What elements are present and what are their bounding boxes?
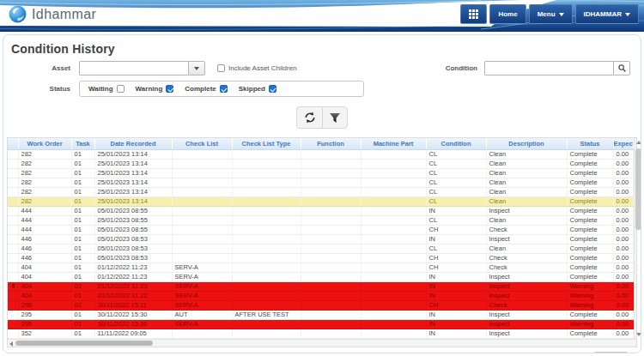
table-cell: IN [426,281,486,291]
status-filter-row: Status WaitingWarningCompleteSkipped [3,81,641,97]
table-row[interactable]: 2820125/01/2023 13:14CLCleanComplete0.00 [8,168,633,178]
table-cell: 25/01/2023 13:14 [94,178,172,187]
table-cell: 404 [18,262,71,272]
table-row[interactable]: 4460105/01/2023 08:53INInspectComplete0.… [8,234,633,244]
column-header[interactable]: Machine Part [361,138,426,149]
horizontal-scrollbar[interactable] [8,339,636,347]
table-row[interactable]: 2950130/11/2022 15:11SERV-ACHCheckWarnin… [8,300,633,310]
condition-input[interactable] [484,61,613,75]
condition-label: Condition [446,64,477,72]
table-cell: 30/11/2022 15:30 [94,310,172,319]
table-cell: 0.00 [613,206,633,215]
table-cell [361,187,426,196]
table-cell: 0.00 [613,300,633,310]
horizontal-scroll-thumb[interactable] [15,341,153,346]
nav-user-button[interactable]: IDHAMMAR [575,4,639,24]
table-cell [361,272,426,281]
table-row[interactable]: 2820125/01/2023 13:14CLCleanComplete0.00 [8,149,633,159]
table-cell: CL [426,159,486,168]
table-cell: Complete [567,310,613,319]
table-row[interactable]: 2950130/11/2022 15:30AUTAFTER USE TESTIN… [8,310,633,319]
table-cell: 404 [18,281,71,291]
pager-last-button[interactable] [548,352,563,353]
table-cell: 0.00 [613,291,633,300]
column-header[interactable]: Condition [426,138,486,149]
page-size-select[interactable]: 50 [593,352,629,354]
table-cell: SERV-A [172,272,232,281]
pager-first-button[interactable] [489,352,504,353]
table-cell: CL [426,196,486,206]
table-cell [232,244,301,253]
pager-next-button[interactable] [528,352,544,353]
page-size-dropdown-button[interactable] [614,353,628,354]
condition-search-button[interactable] [613,61,630,75]
status-checkbox-waiting[interactable] [117,85,125,93]
column-header[interactable]: Status [567,138,613,149]
caret-down-icon [559,13,564,16]
status-checkbox-complete[interactable] [220,85,228,93]
table-cell: Complete [567,178,613,187]
table-cell: 0.00 [613,178,633,187]
column-header[interactable]: Date Recorded [94,138,172,149]
vertical-scrollbar[interactable] [634,138,637,339]
table-cell: 01 [71,215,94,225]
table-row[interactable]: 4460105/01/2023 08:53CHCheckComplete0.00 [8,253,633,262]
table-cell: 282 [18,159,71,168]
table-cell: Clean [486,168,567,178]
table-cell: 01 [71,310,94,319]
table-row[interactable]: 4440105/01/2023 08:55CLCleanComplete0.00 [8,215,633,225]
table-row[interactable]: 2820125/01/2023 13:14CLCleanComplete0.00 [8,159,633,168]
table-row[interactable]: 4040101/12/2022 11:22SERV-AINInspectWarn… [8,291,633,300]
column-header[interactable]: Expected [613,138,633,149]
filter-button[interactable] [322,106,348,129]
asset-filter-row: Asset Include Asset Children Condition [3,61,641,75]
table-cell: Complete [567,329,613,338]
asset-dropdown-button[interactable] [188,61,205,75]
table-cell [361,215,426,225]
pager-prev-button[interactable] [508,352,524,353]
column-header[interactable]: Function [301,138,361,149]
table-cell: Clean [486,215,567,225]
table-cell [232,215,301,225]
refresh-button[interactable] [296,106,322,129]
column-header[interactable]: Task [71,138,94,149]
status-checkbox-skipped[interactable] [269,85,276,93]
status-checkbox-warning[interactable] [166,85,173,93]
column-header[interactable]: Description [486,138,567,149]
table-cell: 05/01/2023 08:55 [94,206,172,215]
table-cell [301,206,361,215]
table-row[interactable]: 3520111/11/2022 09:05INInspectComplete0.… [8,329,633,338]
table-cell: 282 [18,149,71,159]
table-cell: CL [426,149,486,159]
table-row[interactable]: 2820125/01/2023 13:14CLCleanComplete0.00 [8,187,633,196]
table-cell: 05/01/2023 08:55 [94,225,172,234]
table-cell: 01/12/2022 11:23 [94,281,172,291]
scroll-left-icon [9,341,13,347]
table-cell: 446 [18,244,71,253]
table-row[interactable]: !!4040101/12/2022 11:23SERV-AINInspectWa… [8,281,633,291]
table-row[interactable]: 4440105/01/2023 08:55CHCheckComplete0.00 [8,225,633,234]
status-option-label: Complete [185,85,216,93]
vertical-scroll-thumb[interactable] [635,148,641,230]
column-header[interactable]: Check List Type [232,138,301,149]
table-cell [232,253,301,262]
nav-home-button[interactable]: Home [489,4,526,24]
table-cell: 444 [18,206,71,215]
column-header[interactable]: Check List [172,138,232,149]
table-row[interactable]: 4040101/12/2022 11:23SERV-ACHCheckComple… [8,262,633,272]
nav-menu-button[interactable]: Menu [529,4,573,24]
table-cell: CL [426,244,486,253]
include-asset-children-checkbox[interactable] [217,64,225,72]
table-row[interactable]: 4040101/12/2022 11:23SERV-AINInspectComp… [8,272,633,281]
apps-menu-button[interactable] [460,4,487,24]
asset-input[interactable] [79,61,188,75]
table-cell: 25/01/2023 13:14 [94,196,172,206]
table-row[interactable]: 4440105/01/2023 08:55INInspectComplete0.… [8,206,633,215]
column-header[interactable]: Work Order [18,138,71,149]
table-row[interactable]: 2820125/01/2023 13:14CLCleanComplete0.00 [8,196,633,206]
table-cell [232,225,301,234]
asset-combo [79,61,205,75]
table-row[interactable]: 4460105/01/2023 08:53CLCleanComplete0.00 [8,244,633,253]
table-row[interactable]: 2820125/01/2023 13:14CLCleanComplete0.00 [8,178,633,187]
table-row[interactable]: 2950130/11/2022 15:30SERV-AINInspectWarn… [8,319,633,329]
